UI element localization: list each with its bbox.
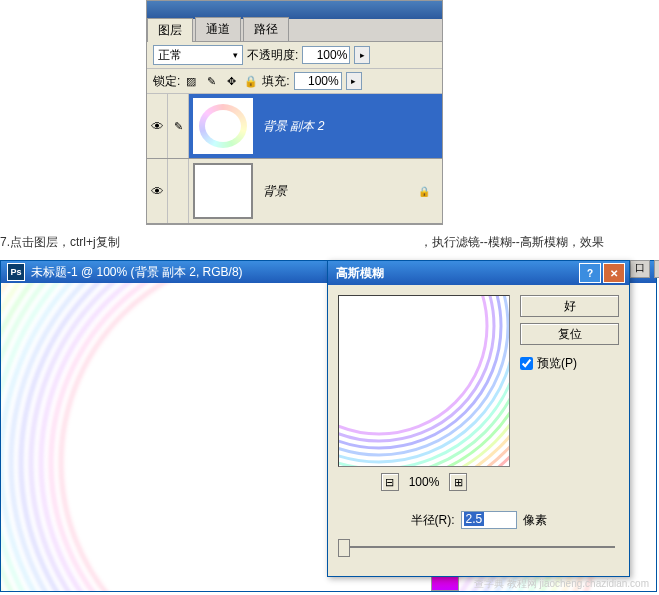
radius-label: 半径(R): — [411, 512, 455, 529]
preview-box[interactable] — [338, 295, 510, 467]
lock-row: 锁定: ▨ ✎ ✥ 🔒 填充: 100% ▸ — [147, 69, 442, 94]
layer-row[interactable]: 👁 ✎ 背景 副本 2 — [147, 94, 442, 159]
eye-icon: 👁 — [151, 184, 164, 199]
dialog-right-column: 好 复位 预览(P) — [520, 295, 619, 491]
preview-checkbox-input[interactable] — [520, 357, 533, 370]
brush-icon: ✎ — [174, 120, 183, 133]
zoom-out-button[interactable]: ⊟ — [381, 473, 399, 491]
lock-label: 锁定: — [153, 73, 180, 90]
radius-unit: 像素 — [523, 512, 547, 529]
preview-checkbox[interactable]: 预览(P) — [520, 355, 619, 372]
chevron-down-icon: ▾ — [233, 50, 238, 60]
document-title: 未标题-1 @ 100% (背景 副本 2, RGB/8) — [31, 264, 243, 281]
dialog-titlebar[interactable]: 高斯模糊 ? ✕ — [328, 261, 629, 285]
layers-panel: 图层 通道 路径 正常 ▾ 不透明度: 100% ▸ 锁定: ▨ ✎ ✥ 🔒 填… — [146, 0, 443, 225]
tab-paths[interactable]: 路径 — [243, 17, 289, 41]
lock-move-icon[interactable]: ✥ — [224, 74, 238, 88]
fill-value[interactable]: 100% — [294, 72, 342, 90]
dialog-title: 高斯模糊 — [332, 265, 579, 282]
layer-row[interactable]: 👁 背景 🔒 — [147, 159, 442, 224]
layer-list: 👁 ✎ 背景 副本 2 👁 背景 🔒 — [147, 94, 442, 224]
blend-mode-select[interactable]: 正常 ▾ — [153, 45, 243, 65]
panel-titlebar[interactable] — [147, 1, 442, 19]
help-button[interactable]: ? — [579, 263, 601, 283]
layer-name: 背景 副本 2 — [263, 118, 324, 135]
tab-channels[interactable]: 通道 — [195, 17, 241, 41]
gaussian-blur-dialog: 高斯模糊 ? ✕ — [327, 260, 630, 577]
lock-transparent-icon[interactable]: ▨ — [184, 74, 198, 88]
side-btn-1[interactable]: 口 — [630, 260, 650, 278]
opacity-arrow[interactable]: ▸ — [354, 46, 370, 64]
watermark: 查字典 教程网 jiaocheng.chazidian.com — [474, 577, 649, 591]
opacity-value[interactable]: 100% — [302, 46, 350, 64]
app-icon: Ps — [7, 263, 25, 281]
zoom-controls: ⊟ 100% ⊞ — [338, 473, 510, 491]
layer-thumbnail[interactable] — [193, 163, 253, 219]
svg-point-24 — [338, 295, 494, 441]
side-btn-2[interactable]: 混 — [654, 260, 659, 278]
fill-arrow[interactable]: ▸ — [346, 72, 362, 90]
layer-content[interactable]: 背景 副本 2 — [189, 94, 442, 158]
zoom-value: 100% — [409, 475, 440, 489]
lock-all-icon[interactable]: 🔒 — [244, 74, 258, 88]
svg-point-21 — [338, 295, 510, 462]
radius-slider[interactable] — [328, 539, 629, 555]
close-button[interactable]: ✕ — [603, 263, 625, 283]
fill-label: 填充: — [262, 73, 289, 90]
layer-content[interactable]: 背景 🔒 — [189, 159, 442, 223]
slider-track — [342, 546, 615, 548]
side-buttons: 口 混 — [630, 260, 651, 278]
blend-mode-value: 正常 — [158, 47, 182, 64]
opacity-label: 不透明度: — [247, 47, 298, 64]
preview-label: 预览(P) — [537, 355, 577, 372]
panel-tabs: 图层 通道 路径 — [147, 19, 442, 42]
link-toggle[interactable] — [168, 159, 189, 223]
visibility-toggle[interactable]: 👁 — [147, 94, 168, 158]
active-indicator[interactable]: ✎ — [168, 94, 189, 158]
visibility-toggle[interactable]: 👁 — [147, 159, 168, 223]
ok-button[interactable]: 好 — [520, 295, 619, 317]
dialog-body: ⊟ 100% ⊞ 好 复位 预览(P) — [328, 285, 629, 501]
radius-row: 半径(R): 2.5 像素 — [328, 511, 629, 529]
lock-paint-icon[interactable]: ✎ — [204, 74, 218, 88]
blend-row: 正常 ▾ 不透明度: 100% ▸ — [147, 42, 442, 69]
layer-name: 背景 — [263, 183, 287, 200]
lock-icons: ▨ ✎ ✥ 🔒 — [184, 74, 258, 88]
layer-thumbnail[interactable] — [193, 98, 253, 154]
tab-layers[interactable]: 图层 — [147, 18, 193, 42]
zoom-in-button[interactable]: ⊞ — [449, 473, 467, 491]
slider-thumb[interactable] — [338, 539, 350, 557]
radius-input[interactable]: 2.5 — [461, 511, 517, 529]
eye-icon: 👁 — [151, 119, 164, 134]
tutorial-step-7: 7.点击图层，ctrl+j复制，执行滤镜--模糊--高斯模糊，效果 — [0, 225, 659, 260]
lock-icon: 🔒 — [418, 186, 430, 197]
reset-button[interactable]: 复位 — [520, 323, 619, 345]
